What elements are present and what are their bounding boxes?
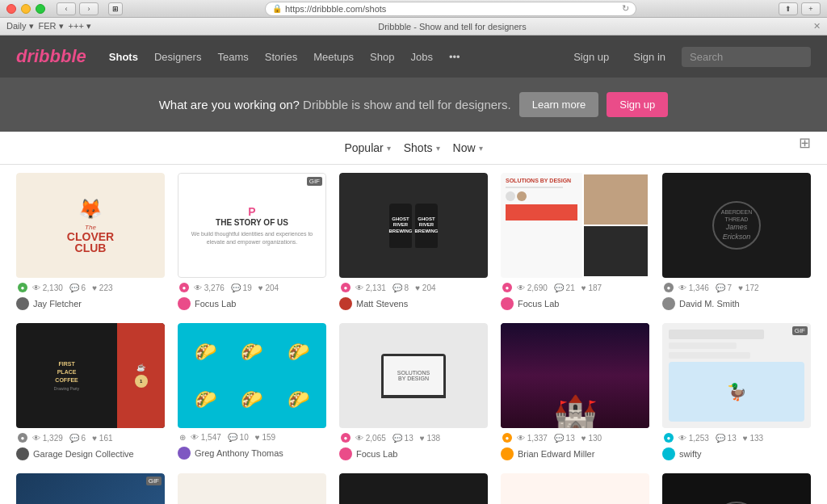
url-bar[interactable]: 🔒 https://dribbble.com/shots ↻ bbox=[265, 2, 636, 16]
shot-card[interactable]: GIF ● 👁 987 💬 5 ♥ 98 Designer 11 bbox=[16, 473, 165, 504]
shot-card[interactable]: GIF 🦆 ● 👁 1,253 💬 13 ♥ 133 bbox=[662, 323, 811, 460]
shot-author[interactable]: Greg Anthony Thomas bbox=[178, 447, 326, 460]
fullscreen-button[interactable] bbox=[36, 4, 45, 14]
search-input[interactable] bbox=[682, 47, 811, 67]
sidebar-toggle-button[interactable]: ⊞ bbox=[108, 2, 123, 15]
shot-thumbnail: GIF bbox=[16, 473, 165, 504]
gif-badge: GIF bbox=[792, 326, 808, 335]
fer-dropdown[interactable]: FER ▾ bbox=[39, 21, 64, 32]
shot-author[interactable]: David M. Smith bbox=[662, 297, 811, 310]
shots-filter[interactable]: Shots ▾ bbox=[404, 141, 440, 154]
shot-card[interactable]: ABERDEENTHREADJames Erickson ● 👁 1,346 💬… bbox=[662, 173, 811, 310]
shot-card[interactable]: GHOSTRIVERBREWING GHOSTRIVERBREWING ● 👁 … bbox=[339, 173, 488, 310]
shot-stats: 👁 2,065 💬 13 ♥ 138 bbox=[355, 434, 440, 443]
minimize-button[interactable] bbox=[21, 4, 31, 14]
main-content: 🦊 The CLOVER CLUB ● 👁 2,130 💬 6 ♥ 223 Ja… bbox=[0, 165, 827, 504]
shot-stats: 👁 1,253 💬 13 ♥ 133 bbox=[678, 434, 763, 443]
shot-card[interactable]: 🌿 🌺 🌱 ● 👁 1,211 💬 9 ♥ 115 Designer 14 bbox=[501, 473, 649, 504]
shot-stats: 👁 1,346 💬 7 ♥ 172 bbox=[678, 284, 759, 292]
shot-author[interactable]: Focus Lab bbox=[501, 297, 649, 310]
shot-stats-row: ● 👁 3,276 💬 19 ♥ 204 bbox=[178, 278, 326, 296]
shot-stats-row: ⊕ 👁 1,547 💬 10 ♥ 159 bbox=[178, 428, 326, 445]
nav-shots[interactable]: Shots bbox=[109, 51, 138, 63]
nav-designers[interactable]: Designers bbox=[154, 51, 202, 63]
shot-stats-row: ● 👁 2,690 💬 21 ♥ 187 bbox=[501, 278, 649, 296]
back-button[interactable]: ‹ bbox=[57, 2, 76, 15]
author-avatar bbox=[178, 297, 191, 310]
shot-thumbnail: GIF P THE STORY OF US We build thoughtfu… bbox=[178, 173, 326, 278]
shot-author[interactable]: Focus Lab bbox=[339, 447, 488, 460]
shot-card[interactable]: ⊛ ● 👁 943 💬 6 ♥ 101 Designer 15 bbox=[662, 473, 811, 504]
shot-stats-row: ● 👁 1,337 💬 13 ♥ 130 bbox=[501, 428, 649, 446]
pro-badge: ● bbox=[341, 283, 351, 292]
nav-meetups[interactable]: Meetups bbox=[313, 51, 354, 63]
pro-badge: ● bbox=[664, 433, 674, 443]
plus-dropdown[interactable]: +++ ▾ bbox=[69, 21, 91, 32]
share-button[interactable]: ⬆ bbox=[779, 2, 798, 15]
close-tab-icon[interactable]: ✕ bbox=[813, 21, 821, 32]
shot-card[interactable]: SOLUTIONS BY DESIGN ● 👁 2,690 bbox=[501, 173, 649, 310]
author-name: David M. Smith bbox=[679, 299, 740, 309]
author-avatar bbox=[16, 447, 29, 460]
author-name: Brian Edward Miller bbox=[518, 449, 594, 459]
new-tab-button[interactable]: + bbox=[801, 2, 821, 15]
shots-grid: 🦊 The CLOVER CLUB ● 👁 2,130 💬 6 ♥ 223 Ja… bbox=[16, 173, 811, 504]
hero-banner: What are you working on? Dribbble is sho… bbox=[0, 78, 827, 132]
pro-badge: ● bbox=[664, 283, 674, 292]
hero-text: What are you working on? Dribbble is sho… bbox=[159, 98, 511, 111]
shot-card[interactable]: GIF P THE STORY OF US We build thoughtfu… bbox=[178, 173, 326, 310]
author-avatar bbox=[501, 447, 514, 460]
dribbble-logo[interactable]: dribbble bbox=[16, 46, 86, 67]
shot-card[interactable]: 🌮 🌮 🌮 🌮 🌮 🌮 ⊕ 👁 1,547 💬 10 ♥ 159 bbox=[178, 323, 326, 460]
reload-icon[interactable]: ↻ bbox=[622, 3, 629, 14]
shot-card[interactable]: ● 👁 876 💬 4 ♥ 87 Designer 13 bbox=[339, 473, 488, 504]
shot-card[interactable]: FIRSTPLACECOFFEE Drawing Party ☕ 1 ● 👁 1… bbox=[16, 323, 165, 460]
shot-author[interactable]: Matt Stevens bbox=[339, 297, 488, 310]
author-name: Jay Fletcher bbox=[33, 299, 82, 309]
shot-author[interactable]: Focus Lab bbox=[178, 297, 326, 310]
popular-filter[interactable]: Popular ▾ bbox=[344, 141, 390, 154]
shot-thumbnail: 🦊 The CLOVER CLUB bbox=[16, 173, 165, 278]
shot-card[interactable]: SOLUTIONSBY DESIGN ● 👁 2,065 💬 13 ♥ 138 … bbox=[339, 323, 488, 460]
forward-button[interactable]: › bbox=[79, 2, 99, 15]
shot-stats: 👁 1,547 💬 10 ♥ 159 bbox=[191, 433, 275, 442]
nav-stories[interactable]: Stories bbox=[265, 51, 297, 63]
shot-card[interactable]: 🏰 ● 👁 1,337 💬 13 ♥ 130 Brian Edward Mill… bbox=[501, 323, 649, 460]
hero-signup-button[interactable]: Sign up bbox=[607, 92, 668, 117]
close-button[interactable] bbox=[6, 4, 16, 14]
learn-more-button[interactable]: Learn more bbox=[519, 92, 598, 117]
shot-stats: 👁 2,690 💬 21 ♥ 187 bbox=[517, 284, 602, 292]
author-name: swifty bbox=[679, 449, 702, 459]
shot-thumbnail: GIF 🦆 bbox=[662, 323, 811, 428]
signup-link[interactable]: Sign up bbox=[573, 51, 609, 63]
shot-stats: 👁 3,276 💬 19 ♥ 204 bbox=[194, 284, 279, 292]
daily-dropdown[interactable]: Daily ▾ bbox=[6, 21, 34, 32]
gif-badge: GIF bbox=[146, 477, 162, 485]
shot-card[interactable]: 🦊 The CLOVER CLUB ● 👁 2,130 💬 6 ♥ 223 Ja… bbox=[16, 173, 165, 310]
shot-stats-row: ● 👁 2,130 💬 6 ♥ 223 bbox=[16, 278, 165, 296]
signin-link[interactable]: Sign in bbox=[633, 51, 665, 63]
author-name: Matt Stevens bbox=[356, 299, 408, 309]
shot-author[interactable]: Jay Fletcher bbox=[16, 297, 165, 310]
nav-more[interactable]: ••• bbox=[449, 51, 460, 63]
shot-thumbnail: 🏰 bbox=[501, 323, 649, 428]
author-avatar bbox=[16, 297, 29, 310]
nav-shop[interactable]: Shop bbox=[370, 51, 394, 63]
author-name: Greg Anthony Thomas bbox=[195, 448, 283, 458]
shot-stats-row: ● 👁 2,131 💬 8 ♥ 204 bbox=[339, 278, 488, 296]
shot-thumbnail: ⊛ bbox=[662, 473, 811, 504]
author-name: Focus Lab bbox=[518, 299, 559, 309]
main-nav: dribbble Shots Designers Teams Stories M… bbox=[0, 36, 827, 78]
nav-jobs[interactable]: Jobs bbox=[410, 51, 432, 63]
shot-author[interactable]: Brian Edward Miller bbox=[501, 447, 649, 460]
pro-badge: ● bbox=[502, 433, 512, 443]
now-filter[interactable]: Now ▾ bbox=[453, 141, 483, 154]
nav-teams[interactable]: Teams bbox=[217, 51, 248, 63]
shot-thumbnail: SOLUTIONS BY DESIGN bbox=[501, 173, 649, 278]
shot-author[interactable]: Garage Design Collective bbox=[16, 447, 165, 460]
shot-card[interactable]: ● 👁 1,102 💬 8 ♥ 112 Designer 12 bbox=[178, 473, 326, 504]
shot-author[interactable]: swifty bbox=[662, 447, 811, 460]
grid-toggle-button[interactable]: ⊞ bbox=[799, 135, 811, 151]
author-name: Focus Lab bbox=[195, 299, 236, 309]
ssl-lock-icon: 🔒 bbox=[272, 4, 282, 13]
